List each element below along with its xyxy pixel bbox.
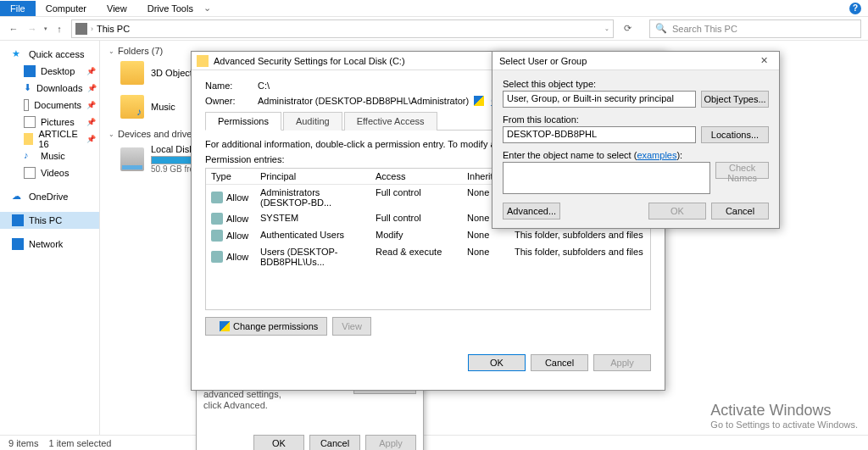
apply-button[interactable]: Apply: [593, 354, 651, 371]
folder-label: Music: [151, 102, 175, 112]
sidebar-article16[interactable]: ARTICLE 16📌: [0, 131, 99, 147]
sidebar-label: Downloads: [36, 83, 82, 93]
ribbon-tab-computer[interactable]: Computer: [36, 1, 97, 16]
folder-icon: [197, 55, 209, 67]
user-icon: [211, 251, 223, 263]
ok-button[interactable]: OK: [253, 435, 304, 450]
ok-button[interactable]: OK: [648, 203, 706, 219]
table-row[interactable]: AllowUsers (DESKTOP-BDB8PHL\Us...Read & …: [206, 244, 650, 269]
location-label: From this location:: [503, 114, 769, 125]
status-bar: 9 items 1 item selected: [0, 435, 868, 450]
cancel-button[interactable]: Cancel: [711, 203, 769, 219]
sidebar-thispc[interactable]: This PC: [0, 212, 99, 229]
name-value: C:\: [258, 81, 270, 91]
sidebar-label: Pictures: [41, 117, 75, 127]
forward-arrow-icon[interactable]: →: [25, 22, 39, 36]
owner-value: Administrator (DESKTOP-BDB8PHL\Administr…: [258, 96, 469, 106]
folder-icon: [24, 133, 33, 145]
music-icon: ♪: [24, 150, 36, 162]
object-name-input[interactable]: [503, 162, 710, 194]
breadcrumb-dropdown-icon[interactable]: ⌄: [604, 25, 609, 32]
cancel-button[interactable]: Cancel: [309, 435, 360, 450]
sidebar-label: Network: [29, 239, 63, 249]
chevron-down-icon[interactable]: ⌄: [203, 3, 211, 14]
sidebar-documents[interactable]: Documents📌: [0, 97, 99, 114]
select-user-dialog: Select User or Group ✕ Select this objec…: [492, 51, 780, 229]
sidebar-pictures[interactable]: Pictures📌: [0, 114, 99, 131]
apply-button[interactable]: Apply: [365, 435, 416, 450]
tab-effective-access[interactable]: Effective Access: [344, 112, 437, 131]
location-field[interactable]: DESKTOP-BDB8PHL: [503, 126, 696, 143]
collapse-icon: ⌄: [108, 47, 114, 55]
col-type[interactable]: Type: [206, 169, 255, 184]
desktop-icon: [24, 65, 36, 77]
shield-icon: [220, 321, 230, 331]
sidebar-label: Desktop: [41, 66, 75, 76]
recent-dropdown-icon[interactable]: ▾: [44, 25, 47, 32]
sidebar-onedrive[interactable]: ☁OneDrive: [0, 188, 99, 205]
owner-label: Owner:: [205, 96, 258, 106]
sidebar-label: Music: [41, 151, 65, 161]
examples-link[interactable]: examples: [637, 150, 676, 160]
user-icon: [211, 230, 223, 242]
folder-icon: [120, 61, 144, 85]
dialog-titlebar[interactable]: Select User or Group ✕: [492, 52, 779, 70]
table-row[interactable]: AllowAuthenticated UsersModifyNoneThis f…: [206, 227, 650, 244]
check-names-button[interactable]: Check Names: [715, 162, 769, 179]
shield-icon: [474, 96, 484, 106]
documents-icon: [24, 99, 29, 111]
folder-icon: [120, 95, 144, 119]
change-permissions-button[interactable]: Change permissions: [205, 317, 327, 336]
pin-icon: 📌: [87, 84, 97, 92]
sidebar-desktop[interactable]: Desktop📌: [0, 63, 99, 80]
close-icon[interactable]: ✕: [760, 55, 772, 67]
sidebar-quick-access[interactable]: ★Quick access: [0, 46, 99, 63]
collapse-icon: ⌄: [108, 131, 114, 138]
ok-button[interactable]: OK: [468, 354, 526, 371]
object-types-button[interactable]: Object Types...: [701, 91, 769, 108]
sidebar-downloads[interactable]: ⬇Downloads📌: [0, 80, 99, 97]
search-icon: 🔍: [655, 23, 667, 34]
advanced-button[interactable]: Advanced...: [503, 203, 560, 219]
dialog-title: Select User or Group: [499, 56, 587, 66]
refresh-icon[interactable]: ⟳: [619, 20, 636, 37]
sidebar-label: Videos: [41, 168, 69, 178]
tab-auditing[interactable]: Auditing: [283, 112, 342, 131]
col-access[interactable]: Access: [370, 169, 462, 184]
object-type-field[interactable]: User, Group, or Built-in security princi…: [503, 91, 696, 108]
folders-header-label: Folders (7): [118, 46, 163, 56]
ribbon-tab-file[interactable]: File: [0, 1, 36, 16]
user-icon: [211, 192, 223, 203]
pin-icon: 📌: [86, 67, 96, 75]
view-button[interactable]: View: [332, 317, 371, 336]
pin-icon: 📌: [86, 101, 96, 109]
locations-button[interactable]: Locations...: [701, 126, 769, 143]
back-arrow-icon[interactable]: ←: [7, 22, 20, 36]
network-icon: [12, 238, 24, 250]
sidebar-videos[interactable]: Videos: [0, 164, 99, 181]
sidebar-label: Documents: [34, 100, 81, 110]
up-arrow-icon[interactable]: ↑: [53, 22, 66, 36]
pc-icon: [12, 214, 24, 226]
pin-icon: 📌: [86, 135, 96, 143]
sidebar-network[interactable]: Network: [0, 236, 99, 253]
col-principal[interactable]: Principal: [255, 169, 370, 184]
breadcrumb[interactable]: › This PC ⌄: [71, 19, 614, 38]
breadcrumb-thispc[interactable]: This PC: [97, 24, 130, 34]
watermark-title: Activate Windows: [710, 402, 858, 419]
cancel-button[interactable]: Cancel: [531, 354, 588, 371]
help-icon[interactable]: ?: [849, 3, 861, 14]
search-input[interactable]: 🔍 Search This PC: [649, 19, 861, 38]
status-selected-count: 1 item selected: [48, 438, 111, 448]
object-name-label: Enter the object name to select (example…: [503, 150, 769, 160]
pictures-icon: [24, 116, 36, 128]
status-item-count: 9 items: [8, 438, 38, 448]
cloud-icon: ☁: [12, 191, 24, 203]
sidebar-label: Quick access: [29, 49, 84, 59]
name-label: Name:: [205, 81, 258, 91]
tab-permissions[interactable]: Permissions: [205, 112, 281, 131]
star-icon: ★: [12, 48, 24, 60]
sidebar-music[interactable]: ♪Music: [0, 147, 99, 164]
ribbon-tab-drivetools[interactable]: Drive Tools: [137, 1, 203, 16]
ribbon-tab-view[interactable]: View: [97, 1, 137, 16]
